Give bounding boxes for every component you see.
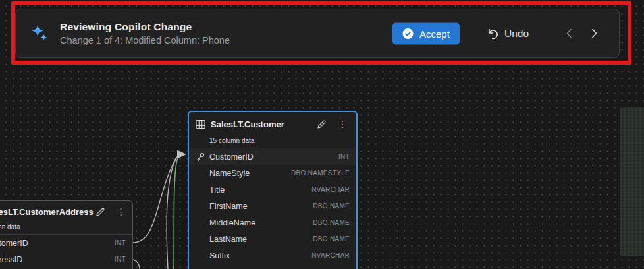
table-more-options-button[interactable]: ⋮ [335,119,350,129]
copilot-review-banner: Reviewing Copilot Change Change 1 of 4: … [15,9,620,58]
edit-table-button[interactable] [315,117,329,131]
undo-icon [486,27,499,40]
column-name: MiddleName [209,218,255,227]
column-type: INT [115,256,126,263]
undo-button[interactable]: Undo [483,24,531,43]
column-row[interactable]: CustomerID INT [189,148,356,165]
copilot-sparkle-icon [30,24,49,44]
table-grid-icon [196,119,205,129]
column-type: DBO.NAME [313,219,350,226]
column-name: Suffix [209,251,230,260]
offscreen-table-fragment[interactable] [620,107,644,256]
column-name: AddressID [0,255,22,264]
column-name: Title [209,185,225,194]
column-row[interactable]: AddressID INT [0,251,132,268]
column-row[interactable]: Title NVARCHAR [189,181,356,198]
table-column-count: 15 column data [189,136,356,148]
table-node-customer-address[interactable]: SalesLT.CustomerAddress ⋮ column data Cu… [0,200,133,269]
chevron-right-icon [590,28,599,39]
column-row[interactable]: Suffix NVARCHAR [189,247,356,264]
relationship-edge [133,260,140,269]
column-name: CustomerID [209,152,254,162]
column-name: LastName [209,235,247,244]
column-row[interactable]: CustomerID INT [0,235,132,251]
banner-title: Reviewing Copilot Change [60,21,230,33]
column-type: DBO.NAME [313,235,350,243]
check-circle-icon [402,28,414,39]
banner-text-block: Reviewing Copilot Change Change 1 of 4: … [60,21,230,45]
previous-change-button[interactable] [561,26,577,42]
column-type: DBO.NAME [313,202,350,210]
column-type: INT [338,153,350,160]
table-title: SalesLT.Customer [211,119,284,129]
column-row[interactable]: FirstName DBO.NAME [189,198,356,214]
column-type: NVARCHAR [311,186,350,193]
banner-subtitle: Change 1 of 4: Modified Column: Phone [60,35,230,45]
table-header[interactable]: SalesLT.CustomerAddress ⋮ [0,201,132,222]
relationship-edge [167,157,177,269]
pencil-icon [316,119,327,130]
edge-arrowhead [177,150,186,159]
edit-table-button[interactable] [94,205,107,219]
column-row[interactable]: LastName DBO.NAME [189,231,356,247]
relationship-edge-green [174,158,178,269]
chevron-left-icon [565,28,574,39]
column-name: FirstName [209,202,248,211]
accept-button[interactable]: Accept [392,22,460,44]
primary-key-icon [196,152,205,162]
column-row[interactable]: MiddleName DBO.NAME [189,214,356,231]
column-type: DBO.NAMESTYLE [291,169,350,177]
schema-designer-canvas[interactable]: Reviewing Copilot Change Change 1 of 4: … [0,0,644,269]
accept-button-label: Accept [419,28,450,39]
table-more-options-button[interactable]: ⋮ [114,207,128,216]
table-title: SalesLT.CustomerAddress [0,207,94,217]
table-column-count: column data [0,222,132,235]
column-name: NameStyle [209,169,250,178]
next-change-button[interactable] [586,26,602,42]
column-type: NVARCHAR [311,252,350,259]
column-name: CustomerID [0,239,28,248]
relationship-edge [133,157,176,243]
column-type: INT [115,239,126,247]
table-node-customer[interactable]: SalesLT.Customer ⋮ 15 column data Custom… [188,111,358,269]
pencil-icon [95,206,106,218]
undo-button-label: Undo [504,28,529,40]
column-row[interactable]: NameStyle DBO.NAMESTYLE [189,165,356,181]
table-header[interactable]: SalesLT.Customer ⋮ [189,112,356,136]
